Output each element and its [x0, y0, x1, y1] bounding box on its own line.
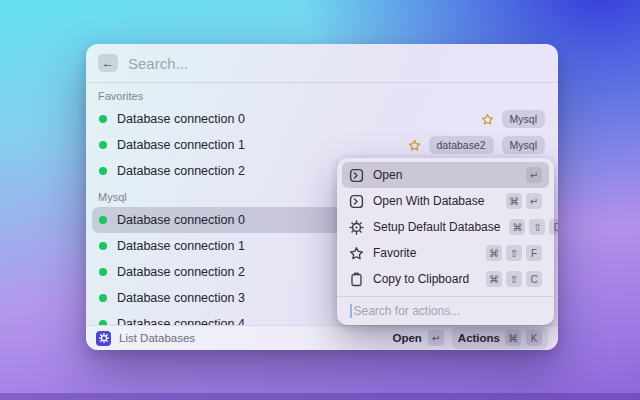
- f-key-icon: F: [526, 245, 542, 261]
- footer-actions: Open ↵ Actions ⌘ K: [392, 327, 548, 349]
- action-menu: Open ↵ Open With Database ⌘ ↵: [337, 158, 554, 325]
- shortcut-keys: ⌘ ⇧ C: [486, 271, 542, 287]
- connection-status-dot: [99, 216, 107, 224]
- text-caret: [350, 304, 352, 318]
- action-menu-item-label: Copy to Clipboard: [373, 272, 477, 286]
- badge: Mysql: [502, 110, 545, 128]
- shortcut-keys: ⌘ ⇧ F: [486, 245, 542, 261]
- return-key-icon: ↵: [526, 193, 542, 209]
- list-item-label: Database connection 0: [117, 112, 471, 126]
- list-item[interactable]: Database connection 1 database2 Mysql: [92, 132, 552, 158]
- shift-key-icon: ⇧: [529, 219, 545, 235]
- open-terminal-icon: [349, 168, 364, 183]
- k-key-icon: K: [526, 330, 542, 346]
- shift-key-icon: ⇧: [506, 271, 522, 287]
- arrow-left-icon: ←: [102, 57, 114, 69]
- shortcut-keys: ⌘ ↵: [506, 193, 542, 209]
- actions-button-label: Actions: [458, 332, 500, 344]
- action-menu-item-open[interactable]: Open ↵: [342, 162, 549, 188]
- list-item[interactable]: Database connection 0 Mysql: [92, 106, 552, 132]
- list-item-accessories: Mysql: [481, 110, 545, 128]
- shortcut-keys: ↵: [526, 167, 542, 183]
- search-input[interactable]: [128, 55, 546, 72]
- connection-status-dot: [99, 242, 107, 250]
- action-search-row: [342, 297, 549, 325]
- search-bar: ←: [86, 44, 558, 82]
- shortcut-keys: ⌘ ⇧ D: [509, 219, 558, 235]
- command-key-icon: ⌘: [509, 219, 525, 235]
- return-key-icon: ↵: [526, 167, 542, 183]
- action-menu-item-open-with-database[interactable]: Open With Database ⌘ ↵: [342, 188, 549, 214]
- connection-status-dot: [99, 115, 107, 123]
- connection-status-dot: [99, 141, 107, 149]
- list-item-accessories: database2 Mysql: [408, 136, 545, 154]
- command-key-icon: ⌘: [505, 330, 521, 346]
- command-key-icon: ⌘: [486, 271, 502, 287]
- favorite-star-icon: [481, 113, 494, 126]
- desktop-background: ← Favorites Database connection 0 Mysql: [0, 0, 640, 400]
- open-action-label[interactable]: Open: [392, 332, 421, 344]
- extension-icon: [96, 331, 111, 346]
- action-menu-item-label: Open: [373, 168, 517, 182]
- status-bar: List Databases Open ↵ Actions ⌘ K: [86, 325, 558, 350]
- shift-key-icon: ⇧: [506, 245, 522, 261]
- action-menu-item-copy-to-clipboard[interactable]: Copy to Clipboard ⌘ ⇧ C: [342, 266, 549, 292]
- action-menu-item-setup-default-database[interactable]: Setup Default Database ⌘ ⇧ D: [342, 214, 549, 240]
- favorite-star-icon: [408, 139, 421, 152]
- launcher-window: ← Favorites Database connection 0 Mysql: [86, 44, 558, 350]
- command-name: List Databases: [119, 332, 384, 344]
- gear-icon: [349, 220, 364, 235]
- clipboard-icon: [349, 272, 364, 287]
- command-key-icon: ⌘: [486, 245, 502, 261]
- badge: database2: [429, 136, 494, 154]
- action-search-input[interactable]: [354, 304, 542, 318]
- star-icon: [349, 246, 364, 261]
- list-item-label: Database connection 1: [117, 138, 398, 152]
- action-menu-item-label: Setup Default Database: [373, 220, 500, 234]
- return-key-icon: ↵: [428, 330, 444, 346]
- action-menu-item-label: Favorite: [373, 246, 477, 260]
- open-terminal-icon: [349, 194, 364, 209]
- c-key-icon: C: [526, 271, 542, 287]
- connection-status-dot: [99, 268, 107, 276]
- action-menu-item-label: Open With Database: [373, 194, 497, 208]
- connection-status-dot: [99, 167, 107, 175]
- connection-status-dot: [99, 294, 107, 302]
- command-key-icon: ⌘: [506, 193, 522, 209]
- actions-button[interactable]: Actions ⌘ K: [452, 327, 548, 349]
- d-key-icon: D: [549, 219, 558, 235]
- section-title-favorites: Favorites: [92, 83, 552, 106]
- back-button[interactable]: ←: [98, 54, 118, 72]
- badge: Mysql: [502, 136, 545, 154]
- action-menu-item-favorite[interactable]: Favorite ⌘ ⇧ F: [342, 240, 549, 266]
